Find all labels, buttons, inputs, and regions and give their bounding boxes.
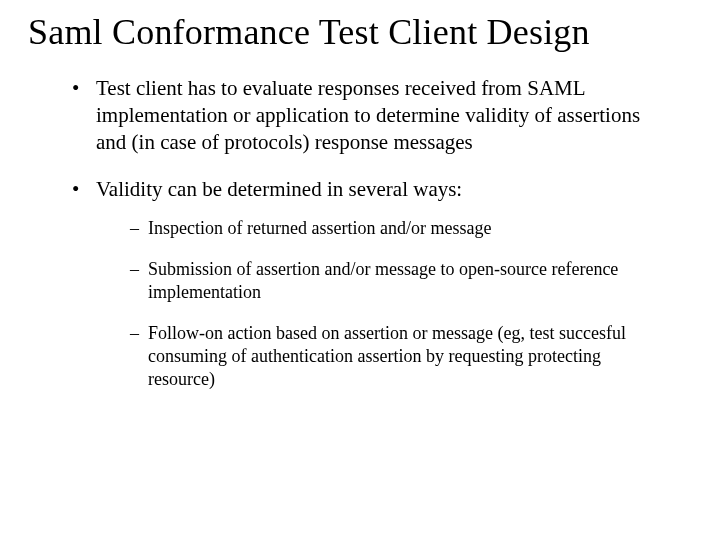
slide: Saml Conformance Test Client Design Test… [0,0,720,540]
bullet-list: Test client has to evaluate responses re… [28,75,692,391]
sub-bullet-text: Inspection of returned assertion and/or … [148,218,491,238]
bullet-text: Validity can be determined in several wa… [96,177,462,201]
slide-title: Saml Conformance Test Client Design [28,12,692,53]
bullet-item: Validity can be determined in several wa… [72,176,656,391]
sub-bullet-item: Follow-on action based on assertion or m… [130,322,656,391]
sub-bullet-item: Submission of assertion and/or message t… [130,258,656,304]
sub-bullet-list: Inspection of returned assertion and/or … [96,217,656,391]
bullet-item: Test client has to evaluate responses re… [72,75,656,156]
sub-bullet-text: Submission of assertion and/or message t… [148,259,618,302]
sub-bullet-item: Inspection of returned assertion and/or … [130,217,656,240]
bullet-text: Test client has to evaluate responses re… [96,76,640,154]
sub-bullet-text: Follow-on action based on assertion or m… [148,323,626,389]
